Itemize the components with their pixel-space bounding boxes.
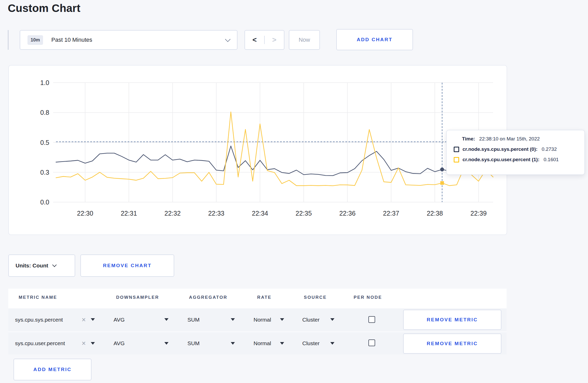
- header-metric-name: METRIC NAME: [19, 295, 57, 300]
- add-metric-button[interactable]: ADD METRIC: [13, 359, 92, 380]
- downsampler-select[interactable]: AVG: [114, 308, 125, 331]
- metric-row-sys: sys.cpu.sys.percent × AVG SUM Normal Clu…: [8, 308, 507, 331]
- rate-select[interactable]: Normal: [254, 332, 271, 354]
- toolbar-divider: [8, 30, 9, 50]
- svg-text:22:32: 22:32: [164, 210, 181, 217]
- page-title: Custom Chart: [8, 2, 80, 15]
- cpu-chart-svg[interactable]: 0.00.30.50.81.022:3022:3122:3222:3322:34…: [9, 66, 507, 235]
- chart-tooltip: Time: 22:38:10 on Mar 15th, 2022 cr.node…: [446, 130, 585, 175]
- svg-text:22:39: 22:39: [471, 210, 487, 217]
- tooltip-sys-label: cr.node.sys.cpu.sys.percent (0):: [463, 146, 537, 152]
- units-dropdown[interactable]: Units: Count: [8, 254, 75, 277]
- svg-text:22:37: 22:37: [383, 210, 399, 217]
- svg-text:0.8: 0.8: [40, 109, 49, 116]
- svg-text:0.5: 0.5: [40, 139, 49, 146]
- clear-metric-icon[interactable]: ×: [82, 308, 86, 331]
- now-button[interactable]: Now: [289, 30, 320, 50]
- svg-text:0.0: 0.0: [40, 198, 49, 206]
- svg-text:22:31: 22:31: [121, 210, 137, 217]
- svg-text:0.3: 0.3: [40, 169, 49, 176]
- caret-down-icon[interactable]: [280, 318, 284, 321]
- time-range-dropdown[interactable]: 10m Past 10 Minutes: [20, 30, 237, 50]
- remove-metric-button[interactable]: REMOVE METRIC: [403, 334, 501, 354]
- tooltip-time-label: Time:: [462, 136, 475, 142]
- caret-down-icon[interactable]: [91, 318, 95, 321]
- per-node-checkbox[interactable]: [368, 316, 375, 323]
- cpu-chart-card: 0.00.30.50.81.022:3022:3122:3222:3322:34…: [8, 65, 507, 235]
- header-downsampler: DOWNSAMPLER: [116, 295, 159, 300]
- header-rate: RATE: [257, 295, 271, 300]
- caret-down-icon[interactable]: [164, 342, 169, 345]
- tooltip-time-value: 22:38:10 on Mar 15th, 2022: [479, 136, 540, 142]
- caret-down-icon[interactable]: [330, 342, 334, 345]
- header-aggregator: AGGREGATOR: [189, 295, 227, 300]
- add-chart-button[interactable]: ADD CHART: [336, 29, 413, 50]
- svg-text:22:35: 22:35: [296, 210, 312, 217]
- time-range-label: Past 10 Minutes: [51, 37, 92, 43]
- tooltip-sys-value: 0.2732: [542, 146, 557, 152]
- svg-text:22:38: 22:38: [427, 210, 443, 217]
- metric-name-dropdown[interactable]: sys.cpu.sys.percent: [15, 308, 63, 331]
- series-user-swatch-icon: [454, 157, 459, 162]
- tooltip-user-value: 0.1601: [544, 157, 559, 162]
- chevron-down-icon: [52, 263, 57, 267]
- caret-down-icon[interactable]: [91, 342, 95, 345]
- time-range-badge: 10m: [27, 35, 43, 45]
- chevron-down-icon: [225, 36, 230, 42]
- metrics-table-header: METRIC NAME DOWNSAMPLER AGGREGATOR RATE …: [8, 289, 507, 308]
- time-nav-group: < >: [244, 30, 284, 50]
- svg-text:22:34: 22:34: [252, 210, 268, 217]
- caret-down-icon[interactable]: [164, 318, 169, 321]
- caret-down-icon[interactable]: [231, 318, 235, 321]
- clear-metric-icon[interactable]: ×: [82, 332, 86, 354]
- metric-row-user: sys.cpu.user.percent × AVG SUM Normal Cl…: [8, 332, 507, 354]
- per-node-checkbox[interactable]: [368, 339, 375, 346]
- remove-chart-button[interactable]: REMOVE CHART: [80, 254, 174, 277]
- source-select[interactable]: Cluster: [302, 308, 320, 331]
- metric-name-dropdown[interactable]: sys.cpu.user.percent: [15, 332, 65, 354]
- header-per-node: PER NODE: [354, 295, 382, 300]
- svg-text:22:33: 22:33: [208, 210, 225, 217]
- downsampler-select[interactable]: AVG: [114, 332, 125, 354]
- series-sys-swatch-icon: [454, 147, 459, 152]
- units-label: Units: Count: [16, 263, 48, 269]
- caret-down-icon[interactable]: [231, 342, 235, 345]
- source-select[interactable]: Cluster: [302, 332, 320, 354]
- next-range-button[interactable]: >: [265, 36, 284, 44]
- svg-text:1.0: 1.0: [40, 79, 49, 86]
- rate-select[interactable]: Normal: [254, 308, 271, 331]
- caret-down-icon[interactable]: [280, 342, 284, 345]
- aggregator-select[interactable]: SUM: [187, 332, 200, 354]
- svg-text:22:36: 22:36: [339, 210, 356, 217]
- aggregator-select[interactable]: SUM: [187, 308, 200, 331]
- header-source: SOURCE: [304, 295, 327, 300]
- remove-metric-button[interactable]: REMOVE METRIC: [403, 310, 501, 330]
- svg-text:22:30: 22:30: [77, 210, 93, 217]
- caret-down-icon[interactable]: [330, 318, 334, 321]
- prev-range-button[interactable]: <: [245, 36, 265, 44]
- tooltip-user-label: cr.node.sys.cpu.user.percent (1):: [463, 157, 540, 162]
